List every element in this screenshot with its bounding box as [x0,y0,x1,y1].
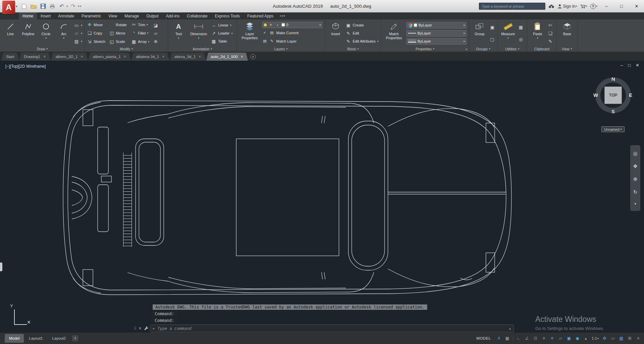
dimension-button[interactable]: Dimension ▾ [188,20,209,46]
window-close-button[interactable]: ✕ [631,1,643,11]
window-minimize-button[interactable]: – [600,1,612,11]
arc-button[interactable]: Arc ▾ [55,20,72,46]
measure-button[interactable]: Measure ▾ [500,20,516,46]
id-point-tool[interactable]: ◎ [518,36,524,43]
panel-layers-label[interactable]: Layers▾ [237,46,325,52]
file-tab-attesa[interactable]: attesa_3d_1✕ [169,53,206,61]
file-tab-albero-pianta[interactable]: albero_pianta_1✕ [88,53,131,61]
edit-attributes-button[interactable]: ✎Edit Attributes▾ [346,38,379,45]
search-input[interactable] [479,3,545,10]
ribbon-tab-parametric[interactable]: Parametric [78,12,105,19]
array-button[interactable]: ▦Array▾ [131,38,151,46]
insert-button[interactable]: Insert [327,20,344,46]
file-tab-auto-2d[interactable]: auto_2d_1_500✕ [206,53,248,61]
sign-in-control[interactable]: Sign In ▾ [557,4,577,9]
file-tab-altalena-close-icon[interactable]: ✕ [162,55,165,58]
orbit-icon[interactable]: ↻ [633,189,638,195]
transparency-toggle-icon[interactable]: ▱ [557,335,564,342]
drawing-minimize-button[interactable]: – [621,63,623,68]
undo-button[interactable]: ↶ [58,2,66,11]
command-grip-icon[interactable]: ⠿ [134,326,137,331]
command-close-icon[interactable]: ✕ [139,326,142,331]
file-tab-auto-2d-close-icon[interactable]: ✕ [241,55,243,58]
viewcube-east[interactable]: E [629,92,632,98]
ribbon-tab-featured-apps[interactable]: Featured Apps [244,12,277,19]
ribbon-tab-manage[interactable]: Manage [121,12,143,19]
erase-tool[interactable]: ◪ [153,21,158,29]
viewport-edge-grip[interactable] [0,263,2,271]
offset-tool[interactable]: ⊕ [153,38,158,45]
model-space-label[interactable]: MODEL [473,336,494,340]
match-clip-tool[interactable]: ✎ [548,38,553,45]
base-button[interactable]: Base [559,20,576,46]
layer-dropdown[interactable]: ☀ ▪ 0 ▾ [262,22,323,28]
command-customize-icon[interactable] [144,326,148,332]
autoscale-toggle-icon[interactable]: ▴ [582,335,590,342]
annotation-visibility-toggle-icon[interactable]: ◉ [574,335,581,342]
open-folder-icon[interactable] [30,2,38,11]
viewport-controls[interactable]: [−][Top][2D Wireframe] [5,64,46,69]
linear-tool[interactable]: ↔Linear▾ [211,21,233,29]
ellipse-tool[interactable]: ○▾ [74,30,82,37]
layout-tab-layout2[interactable]: Layout2 [48,334,70,343]
search-binoculars-icon[interactable] [548,4,554,8]
navbar-more-icon[interactable]: ▾ [634,202,636,206]
graphics-performance-icon[interactable]: ▧ [617,335,625,342]
cut-tool[interactable]: ✄ [548,21,553,29]
command-expand-icon[interactable]: ▴ [509,327,511,330]
file-tab-altalena[interactable]: altalena 3d_1✕ [131,53,169,61]
match-layer-button[interactable]: ▤✎Match Layer [262,38,323,45]
make-current-button[interactable]: ✔▤Make Current [262,29,323,37]
ribbon-tab-output[interactable]: Output [143,12,162,19]
file-tab-albero-3d[interactable]: albero_3D_1✕ [51,53,88,61]
viewcube-south[interactable]: S [611,109,615,114]
panel-properties-label[interactable]: Properties▾ [381,46,469,52]
leader-tool[interactable]: ↗Leader▾ [211,30,233,37]
rotate-button[interactable]: Rotate [109,20,131,29]
polyline-button[interactable]: Polyline [20,20,37,46]
drawing-area[interactable]: [−][Top][2D Wireframe] – □ ✕ N S W E TOP… [0,61,644,344]
ribbon-tab-collaborate[interactable]: Collaborate [183,12,211,19]
panel-annotation-label[interactable]: Annotation▾ [168,46,237,52]
layer-properties-button[interactable]: Layer Properties [239,20,260,46]
edit-block-button[interactable]: ✎Edit [346,30,379,37]
fillet-button[interactable]: ◝Fillet▾ [131,29,151,37]
group-button[interactable]: Group [471,20,488,46]
plot-icon[interactable] [48,2,56,11]
new-layout-button[interactable]: + [72,335,78,341]
selection-cycling-toggle-icon[interactable]: ▣ [565,335,573,342]
command-input[interactable]: ▸ Type a command ▴ [150,325,514,332]
text-button[interactable]: A Text ▾ [170,20,187,46]
osnap-toggle-icon[interactable]: ⊡ [532,335,539,342]
pan-icon[interactable]: ✥ [633,163,638,169]
qat-customize-caret-icon[interactable]: ▾ [80,5,81,8]
rectangle-tool[interactable]: ▭▾ [74,21,82,29]
table-tool[interactable]: ▦Table [211,38,233,45]
panel-draw-label[interactable]: Draw▾ [0,46,85,52]
redo-caret-icon[interactable]: ▾ [78,5,79,8]
ortho-toggle-icon[interactable]: ∟ [515,335,523,342]
object-color-dropdown[interactable]: ByLayer ▾ [406,22,466,28]
window-maximize-button[interactable]: □ [615,1,628,11]
workspace-gear-icon[interactable]: ⚙ [601,335,608,342]
move-button[interactable]: ✥Move [87,20,109,29]
layout-tab-model[interactable]: Model [5,334,24,343]
lineweight-dropdown[interactable]: ByLayer ▾ [406,38,466,45]
properties-expand-icon[interactable]: » [465,47,467,51]
file-tab-drawing1-close-icon[interactable]: ✕ [43,55,46,58]
customize-status-icon[interactable]: ≡ [634,335,642,342]
steering-wheel-icon[interactable]: ◎ [633,151,637,157]
ribbon-tab-insert[interactable]: Insert [37,12,54,19]
logo-caret-icon[interactable]: ▾ [16,5,17,8]
new-drawing-tab-button[interactable]: + [250,54,256,59]
redo-button[interactable]: ↷ [69,2,77,11]
trim-button[interactable]: ✄Trim▾ [131,20,151,29]
explode-tool[interactable]: ▱ [153,30,158,37]
autocad-logo[interactable]: A [2,1,15,14]
panel-block-label[interactable]: Block▾ [325,46,381,52]
ribbon-tab-home[interactable]: Home [19,12,37,19]
help-control[interactable]: ?▾ [590,4,597,9]
mirror-button[interactable]: ◫Mirror [109,29,131,37]
annotation-monitor-icon[interactable]: ▭ [609,335,617,342]
file-tab-attesa-close-icon[interactable]: ✕ [199,55,201,58]
